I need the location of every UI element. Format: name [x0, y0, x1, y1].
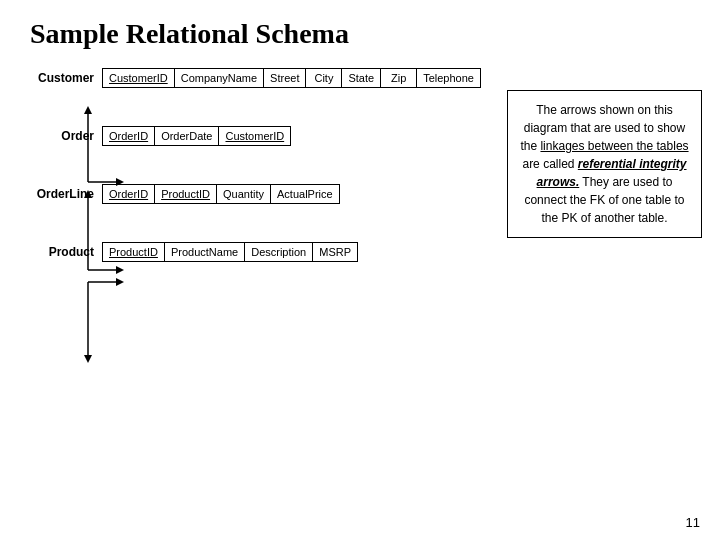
orderline-actualprice: ActualPrice: [271, 185, 339, 203]
order-orderdate: OrderDate: [155, 127, 219, 145]
order-customerid: CustomerID: [219, 127, 290, 145]
page-number: 11: [686, 515, 700, 530]
orderline-productid: ProductID: [155, 185, 217, 203]
customer-label: Customer: [30, 71, 102, 85]
product-table-row: Product ProductID ProductName Descriptio…: [30, 242, 690, 262]
product-label: Product: [30, 245, 102, 259]
product-table: ProductID ProductName Description MSRP: [102, 242, 358, 262]
customer-table-row: Customer CustomerID CompanyName Street C…: [30, 68, 690, 88]
svg-marker-10: [116, 278, 124, 286]
svg-marker-11: [84, 355, 92, 363]
page: Sample Relational Schema Customer Custom…: [0, 0, 720, 540]
orderline-orderid: OrderID: [103, 185, 155, 203]
product-description: Description: [245, 243, 313, 261]
customer-telephone: Telephone: [417, 69, 480, 87]
tooltip-text: The arrows shown on this diagram that ar…: [520, 103, 688, 225]
product-productname: ProductName: [165, 243, 245, 261]
order-table: OrderID OrderDate CustomerID: [102, 126, 291, 146]
customer-state: State: [342, 69, 381, 87]
orderline-table: OrderID ProductID Quantity ActualPrice: [102, 184, 340, 204]
orderline-label: OrderLine: [30, 187, 102, 201]
orderline-quantity: Quantity: [217, 185, 271, 203]
product-productid: ProductID: [103, 243, 165, 261]
customer-city: City: [306, 69, 342, 87]
customer-companyname: CompanyName: [175, 69, 264, 87]
order-orderid: OrderID: [103, 127, 155, 145]
customer-table: CustomerID CompanyName Street City State…: [102, 68, 481, 88]
customer-customerid: CustomerID: [103, 69, 175, 87]
tooltip-box: The arrows shown on this diagram that ar…: [507, 90, 702, 238]
product-msrp: MSRP: [313, 243, 357, 261]
customer-street: Street: [264, 69, 306, 87]
order-label: Order: [30, 129, 102, 143]
customer-zip: Zip: [381, 69, 417, 87]
page-title: Sample Relational Schema: [30, 18, 690, 50]
